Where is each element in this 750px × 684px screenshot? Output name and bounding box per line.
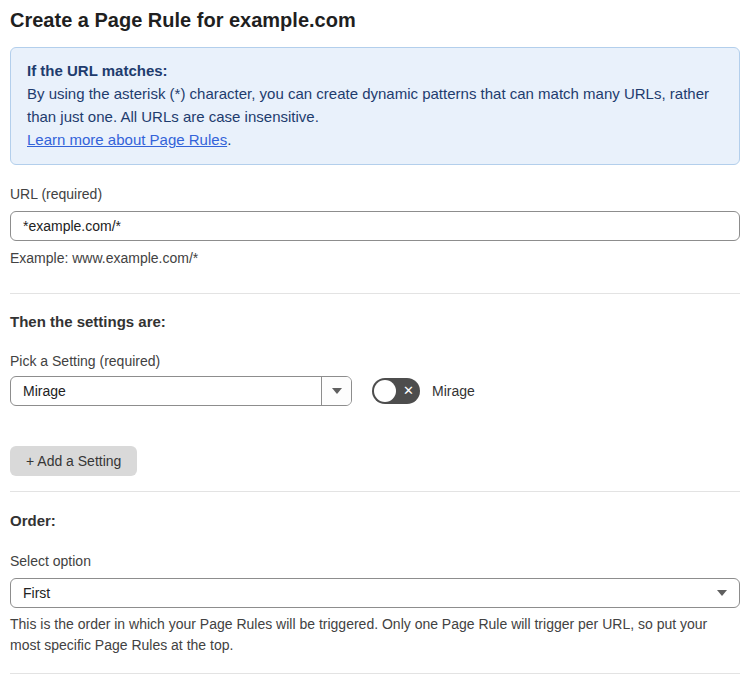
setting-select-arrow-button[interactable] (321, 377, 351, 405)
info-link-line: Learn more about Page Rules. (27, 128, 723, 151)
divider (10, 293, 740, 294)
divider (10, 491, 740, 492)
order-select-value: First (11, 585, 717, 601)
mirage-toggle[interactable]: ✕ (372, 378, 420, 404)
link-period: . (227, 131, 231, 148)
page-title: Create a Page Rule for example.com (10, 8, 740, 32)
info-body-text: By using the asterisk (*) character, you… (27, 82, 723, 128)
info-heading: If the URL matches: (27, 59, 723, 82)
chevron-down-icon (332, 388, 342, 394)
toggle-off-x-icon: ✕ (403, 378, 414, 404)
url-match-info-callout: If the URL matches: By using the asteris… (10, 47, 740, 165)
order-select-label: Select option (10, 553, 740, 570)
chevron-down-icon (717, 590, 739, 596)
setting-select[interactable]: Mirage (10, 376, 352, 406)
order-helper-text: This is the order in which your Page Rul… (10, 614, 730, 656)
url-example-helper: Example: www.example.com/* (10, 248, 740, 269)
order-select[interactable]: First (10, 578, 740, 608)
url-input[interactable] (10, 211, 740, 241)
add-setting-button[interactable]: + Add a Setting (10, 446, 137, 476)
order-section-heading: Order: (10, 512, 740, 529)
setting-row: Mirage ✕ Mirage (10, 376, 740, 406)
learn-more-link[interactable]: Learn more about Page Rules (27, 131, 227, 148)
pick-setting-label: Pick a Setting (required) (10, 353, 740, 370)
settings-section-heading: Then the settings are: (10, 313, 740, 330)
setting-select-value: Mirage (11, 383, 321, 399)
divider (10, 673, 740, 674)
url-field-label: URL (required) (10, 186, 740, 203)
toggle-label: Mirage (432, 383, 475, 399)
toggle-knob (374, 380, 396, 402)
